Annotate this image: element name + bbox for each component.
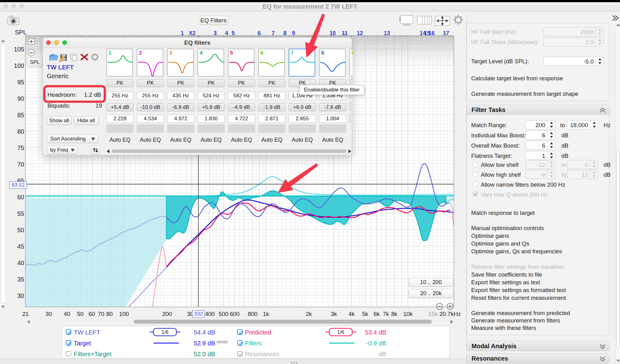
- svg-text:1/6: 1/6: [162, 330, 168, 335]
- svg-text:1/6: 1/6: [337, 330, 344, 335]
